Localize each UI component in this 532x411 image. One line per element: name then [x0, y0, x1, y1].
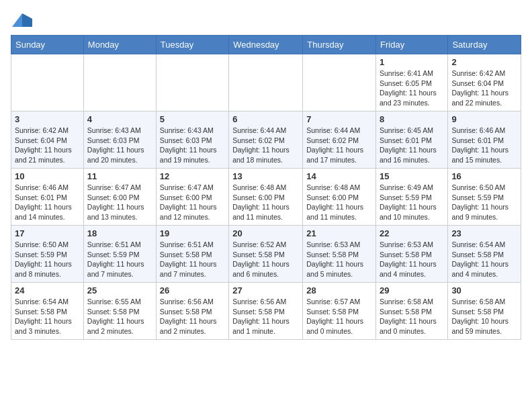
day-info: Sunrise: 6:50 AM Sunset: 5:59 PM Dayligh… [15, 240, 80, 279]
day-info: Sunrise: 6:54 AM Sunset: 5:58 PM Dayligh… [15, 297, 80, 336]
day-number: 21 [306, 228, 372, 238]
calendar-cell: 8Sunrise: 6:45 AM Sunset: 6:01 PM Daylig… [376, 111, 448, 169]
day-info: Sunrise: 6:41 AM Sunset: 6:05 PM Dayligh… [380, 68, 444, 108]
day-number: 14 [306, 171, 372, 181]
calendar-cell: 20Sunrise: 6:52 AM Sunset: 5:58 PM Dayli… [229, 226, 303, 283]
day-number: 17 [15, 228, 80, 238]
calendar-cell: 25Sunrise: 6:55 AM Sunset: 5:58 PM Dayli… [83, 283, 156, 340]
day-number: 8 [380, 114, 444, 124]
day-info: Sunrise: 6:47 AM Sunset: 6:00 PM Dayligh… [87, 183, 152, 222]
calendar-cell: 10Sunrise: 6:46 AM Sunset: 6:01 PM Dayli… [11, 169, 84, 226]
day-number: 15 [380, 171, 444, 181]
day-number: 12 [160, 171, 225, 181]
calendar-cell: 26Sunrise: 6:56 AM Sunset: 5:58 PM Dayli… [156, 283, 228, 340]
day-number: 1 [380, 57, 444, 67]
day-number: 5 [160, 114, 225, 124]
calendar-cell: 23Sunrise: 6:54 AM Sunset: 5:58 PM Dayli… [448, 226, 521, 283]
day-info: Sunrise: 6:53 AM Sunset: 5:58 PM Dayligh… [380, 240, 444, 279]
calendar-header-thursday: Thursday [303, 36, 376, 54]
calendar-cell: 2Sunrise: 6:42 AM Sunset: 6:04 PM Daylig… [448, 54, 521, 111]
calendar-cell: 22Sunrise: 6:53 AM Sunset: 5:58 PM Dayli… [376, 226, 448, 283]
day-info: Sunrise: 6:58 AM Sunset: 5:58 PM Dayligh… [451, 297, 517, 336]
day-info: Sunrise: 6:48 AM Sunset: 6:00 PM Dayligh… [232, 183, 299, 222]
day-info: Sunrise: 6:51 AM Sunset: 5:58 PM Dayligh… [160, 240, 225, 279]
calendar-cell: 5Sunrise: 6:43 AM Sunset: 6:03 PM Daylig… [156, 111, 228, 169]
day-number: 7 [306, 114, 372, 124]
day-number: 10 [15, 171, 80, 181]
day-number: 16 [451, 171, 517, 181]
calendar-cell: 17Sunrise: 6:50 AM Sunset: 5:59 PM Dayli… [11, 226, 84, 283]
calendar-cell: 9Sunrise: 6:46 AM Sunset: 6:01 PM Daylig… [448, 111, 521, 169]
day-number: 9 [451, 114, 517, 124]
day-number: 4 [87, 114, 152, 124]
calendar-cell [11, 54, 84, 111]
calendar-body: 1Sunrise: 6:41 AM Sunset: 6:05 PM Daylig… [11, 54, 521, 340]
page-header [11, 11, 521, 30]
day-number: 29 [380, 285, 444, 295]
day-info: Sunrise: 6:46 AM Sunset: 6:01 PM Dayligh… [451, 126, 517, 165]
calendar-cell: 21Sunrise: 6:53 AM Sunset: 5:58 PM Dayli… [303, 226, 376, 283]
day-info: Sunrise: 6:48 AM Sunset: 6:00 PM Dayligh… [306, 183, 372, 222]
day-info: Sunrise: 6:44 AM Sunset: 6:02 PM Dayligh… [232, 126, 299, 165]
day-number: 2 [451, 57, 517, 67]
calendar-header-sunday: Sunday [11, 36, 84, 54]
day-number: 23 [451, 228, 517, 238]
calendar-header-row: SundayMondayTuesdayWednesdayThursdayFrid… [11, 36, 521, 54]
calendar-cell: 6Sunrise: 6:44 AM Sunset: 6:02 PM Daylig… [229, 111, 303, 169]
day-info: Sunrise: 6:47 AM Sunset: 6:00 PM Dayligh… [160, 183, 225, 222]
calendar-header-saturday: Saturday [448, 36, 521, 54]
logo-icon [12, 13, 32, 27]
calendar-cell: 1Sunrise: 6:41 AM Sunset: 6:05 PM Daylig… [376, 54, 448, 111]
day-info: Sunrise: 6:42 AM Sunset: 6:04 PM Dayligh… [15, 126, 80, 165]
calendar-cell: 7Sunrise: 6:44 AM Sunset: 6:02 PM Daylig… [303, 111, 376, 169]
calendar-header-tuesday: Tuesday [156, 36, 228, 54]
day-info: Sunrise: 6:46 AM Sunset: 6:01 PM Dayligh… [15, 183, 80, 222]
day-info: Sunrise: 6:51 AM Sunset: 5:59 PM Dayligh… [87, 240, 152, 279]
calendar-cell: 3Sunrise: 6:42 AM Sunset: 6:04 PM Daylig… [11, 111, 84, 169]
calendar-cell [156, 54, 228, 111]
calendar-cell: 28Sunrise: 6:57 AM Sunset: 5:58 PM Dayli… [303, 283, 376, 340]
day-number: 20 [232, 228, 299, 238]
calendar-cell: 13Sunrise: 6:48 AM Sunset: 6:00 PM Dayli… [229, 169, 303, 226]
day-number: 6 [232, 114, 299, 124]
day-info: Sunrise: 6:52 AM Sunset: 5:58 PM Dayligh… [232, 240, 299, 279]
day-number: 11 [87, 171, 152, 181]
day-info: Sunrise: 6:44 AM Sunset: 6:02 PM Dayligh… [306, 126, 372, 165]
day-info: Sunrise: 6:42 AM Sunset: 6:04 PM Dayligh… [451, 68, 517, 108]
calendar-cell: 18Sunrise: 6:51 AM Sunset: 5:59 PM Dayli… [83, 226, 156, 283]
calendar-cell: 16Sunrise: 6:50 AM Sunset: 5:59 PM Dayli… [448, 169, 521, 226]
day-number: 19 [160, 228, 225, 238]
day-number: 24 [15, 285, 80, 295]
calendar-week-row: 10Sunrise: 6:46 AM Sunset: 6:01 PM Dayli… [11, 169, 521, 226]
calendar-cell: 12Sunrise: 6:47 AM Sunset: 6:00 PM Dayli… [156, 169, 228, 226]
calendar-cell: 29Sunrise: 6:58 AM Sunset: 5:58 PM Dayli… [376, 283, 448, 340]
calendar-cell: 11Sunrise: 6:47 AM Sunset: 6:00 PM Dayli… [83, 169, 156, 226]
calendar-cell: 19Sunrise: 6:51 AM Sunset: 5:58 PM Dayli… [156, 226, 228, 283]
day-number: 27 [232, 285, 299, 295]
day-info: Sunrise: 6:43 AM Sunset: 6:03 PM Dayligh… [87, 126, 152, 165]
day-info: Sunrise: 6:43 AM Sunset: 6:03 PM Dayligh… [160, 126, 225, 165]
calendar-cell: 30Sunrise: 6:58 AM Sunset: 5:58 PM Dayli… [448, 283, 521, 340]
calendar-cell: 24Sunrise: 6:54 AM Sunset: 5:58 PM Dayli… [11, 283, 84, 340]
day-number: 25 [87, 285, 152, 295]
calendar-week-row: 3Sunrise: 6:42 AM Sunset: 6:04 PM Daylig… [11, 111, 521, 169]
day-info: Sunrise: 6:58 AM Sunset: 5:58 PM Dayligh… [380, 297, 444, 336]
logo [11, 13, 32, 30]
calendar-cell: 14Sunrise: 6:48 AM Sunset: 6:00 PM Dayli… [303, 169, 376, 226]
calendar-week-row: 1Sunrise: 6:41 AM Sunset: 6:05 PM Daylig… [11, 54, 521, 111]
day-info: Sunrise: 6:49 AM Sunset: 5:59 PM Dayligh… [380, 183, 444, 222]
day-number: 18 [87, 228, 152, 238]
calendar-week-row: 24Sunrise: 6:54 AM Sunset: 5:58 PM Dayli… [11, 283, 521, 340]
day-number: 28 [306, 285, 372, 295]
calendar-header-wednesday: Wednesday [229, 36, 303, 54]
calendar-table: SundayMondayTuesdayWednesdayThursdayFrid… [11, 35, 521, 340]
calendar-cell: 15Sunrise: 6:49 AM Sunset: 5:59 PM Dayli… [376, 169, 448, 226]
day-info: Sunrise: 6:53 AM Sunset: 5:58 PM Dayligh… [306, 240, 372, 279]
day-info: Sunrise: 6:57 AM Sunset: 5:58 PM Dayligh… [306, 297, 372, 336]
day-info: Sunrise: 6:50 AM Sunset: 5:59 PM Dayligh… [451, 183, 517, 222]
calendar-cell [303, 54, 376, 111]
day-number: 13 [232, 171, 299, 181]
day-number: 22 [380, 228, 444, 238]
calendar-header-monday: Monday [83, 36, 156, 54]
day-info: Sunrise: 6:55 AM Sunset: 5:58 PM Dayligh… [87, 297, 152, 336]
